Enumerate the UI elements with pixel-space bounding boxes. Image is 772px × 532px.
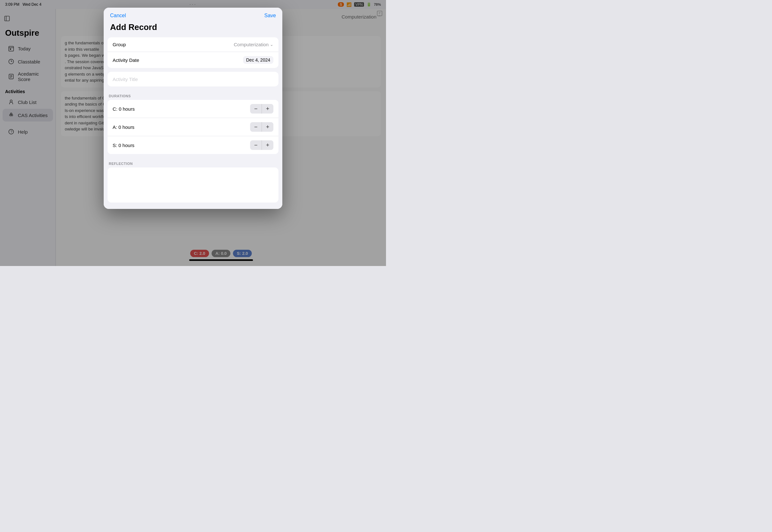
duration-row-c: C: 0 hours − + [108,100,278,118]
cancel-button[interactable]: Cancel [110,13,126,18]
duration-c-increment[interactable]: + [262,104,273,114]
group-value: Computerization ⌄ [234,42,273,47]
duration-c-stepper: − + [250,104,273,114]
group-chevron-icon: ⌄ [270,42,273,47]
modal-title: Add Record [104,21,282,37]
durations-header: DURATIONS [108,90,278,100]
duration-a-decrement[interactable]: − [250,122,262,132]
duration-s-stepper: − + [250,140,273,150]
activity-date-value: Dec 4, 2024 [243,56,274,64]
modal-body: Group Computerization ⌄ Activity Date De… [104,37,282,209]
duration-a-increment[interactable]: + [262,122,273,132]
modal-add-record: Cancel Save Add Record Group Computeriza… [104,8,282,209]
activity-title-card: Activity Title [108,72,278,86]
duration-row-a: A: 0 hours − + [108,118,278,136]
duration-s-label: S: 0 hours [113,143,134,148]
activity-title-row: Activity Title [108,72,278,86]
group-date-card: Group Computerization ⌄ Activity Date De… [108,37,278,68]
save-button[interactable]: Save [264,13,276,18]
durations-card: C: 0 hours − + A: 0 hours − + [108,100,278,154]
modal-overlay: Cancel Save Add Record Group Computeriza… [0,0,386,266]
group-value-text: Computerization [234,42,269,47]
duration-s-increment[interactable]: + [262,140,273,150]
group-row[interactable]: Group Computerization ⌄ [108,37,278,52]
reflection-header: REFLECTION [108,158,278,167]
activity-title-placeholder[interactable]: Activity Title [113,77,273,82]
duration-c-decrement[interactable]: − [250,104,262,114]
duration-a-label: A: 0 hours [113,124,134,130]
duration-c-label: C: 0 hours [113,106,135,112]
duration-a-stepper: − + [250,122,273,132]
group-label: Group [113,42,126,47]
modal-header: Cancel Save [104,8,282,21]
activity-date-row[interactable]: Activity Date Dec 4, 2024 [108,52,278,68]
reflection-textarea[interactable] [108,167,278,203]
activity-date-label: Activity Date [113,57,139,63]
duration-row-s: S: 0 hours − + [108,136,278,154]
duration-s-decrement[interactable]: − [250,140,262,150]
